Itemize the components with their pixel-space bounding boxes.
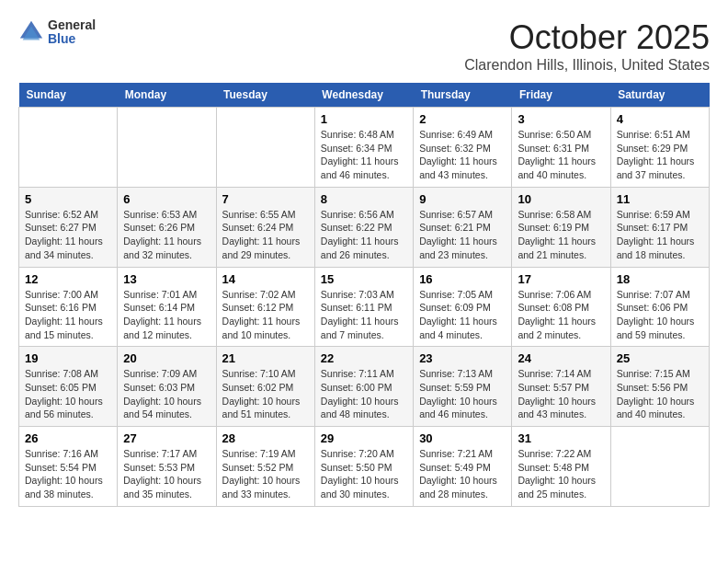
calendar-cell: 25Sunrise: 7:15 AMSunset: 5:56 PMDayligh… [610, 347, 709, 427]
calendar-cell: 7Sunrise: 6:55 AMSunset: 6:24 PMDaylight… [216, 187, 314, 267]
date-number: 8 [321, 192, 407, 206]
calendar-cell: 14Sunrise: 7:02 AMSunset: 6:12 PMDayligh… [216, 267, 314, 347]
cell-info: Sunrise: 6:48 AMSunset: 6:34 PMDaylight:… [321, 129, 399, 180]
cell-info: Sunrise: 7:01 AMSunset: 6:14 PMDaylight:… [123, 289, 201, 340]
calendar-cell: 23Sunrise: 7:13 AMSunset: 5:59 PMDayligh… [414, 347, 512, 427]
date-number: 29 [321, 431, 407, 445]
calendar-cell: 17Sunrise: 7:06 AMSunset: 6:08 PMDayligh… [512, 267, 610, 347]
calendar-cell: 29Sunrise: 7:20 AMSunset: 5:50 PMDayligh… [314, 427, 413, 507]
cell-info: Sunrise: 6:58 AMSunset: 6:19 PMDaylight:… [518, 209, 596, 260]
date-number: 2 [419, 112, 506, 126]
cell-info: Sunrise: 6:57 AMSunset: 6:21 PMDaylight:… [419, 209, 497, 260]
cell-info: Sunrise: 7:06 AMSunset: 6:08 PMDaylight:… [518, 289, 596, 340]
cell-info: Sunrise: 6:50 AMSunset: 6:31 PMDaylight:… [518, 129, 596, 180]
cell-info: Sunrise: 7:02 AMSunset: 6:12 PMDaylight:… [222, 289, 301, 340]
calendar-cell: 20Sunrise: 7:09 AMSunset: 6:03 PMDayligh… [118, 347, 216, 427]
calendar-table: SundayMondayTuesdayWednesdayThursdayFrid… [18, 83, 710, 507]
calendar-cell: 24Sunrise: 7:14 AMSunset: 5:57 PMDayligh… [512, 347, 610, 427]
date-number: 31 [518, 431, 604, 445]
month-title: October 2025 [464, 18, 710, 57]
calendar-cell [19, 108, 118, 188]
logo-general: General [48, 18, 96, 32]
cell-info: Sunrise: 6:49 AMSunset: 6:32 PMDaylight:… [419, 129, 497, 180]
cell-info: Sunrise: 6:51 AMSunset: 6:29 PMDaylight:… [617, 129, 695, 180]
date-number: 16 [419, 272, 506, 286]
date-number: 15 [321, 272, 407, 286]
cell-info: Sunrise: 7:08 AMSunset: 6:05 PMDaylight:… [25, 368, 103, 419]
cell-info: Sunrise: 7:17 AMSunset: 5:53 PMDaylight:… [123, 448, 201, 500]
date-number: 17 [518, 272, 604, 286]
week-row-3: 12Sunrise: 7:00 AMSunset: 6:16 PMDayligh… [19, 267, 710, 347]
location: Clarendon Hills, Illinois, United States [464, 57, 710, 74]
date-number: 20 [123, 351, 210, 365]
date-number: 3 [518, 112, 604, 126]
day-header-saturday: Saturday [610, 83, 709, 108]
cell-info: Sunrise: 6:55 AMSunset: 6:24 PMDaylight:… [222, 209, 301, 260]
week-row-4: 19Sunrise: 7:08 AMSunset: 6:05 PMDayligh… [19, 347, 710, 427]
date-number: 30 [419, 431, 506, 445]
calendar-cell: 30Sunrise: 7:21 AMSunset: 5:49 PMDayligh… [414, 427, 512, 507]
date-number: 24 [518, 351, 604, 365]
cell-info: Sunrise: 7:21 AMSunset: 5:49 PMDaylight:… [419, 448, 497, 500]
date-number: 10 [518, 192, 604, 206]
calendar-cell: 16Sunrise: 7:05 AMSunset: 6:09 PMDayligh… [414, 267, 512, 347]
date-number: 19 [25, 351, 111, 365]
day-header-wednesday: Wednesday [314, 83, 413, 108]
cell-info: Sunrise: 7:15 AMSunset: 5:56 PMDaylight:… [617, 368, 695, 419]
header-row: SundayMondayTuesdayWednesdayThursdayFrid… [19, 83, 710, 108]
calendar-cell: 1Sunrise: 6:48 AMSunset: 6:34 PMDaylight… [314, 108, 413, 188]
calendar-cell: 12Sunrise: 7:00 AMSunset: 6:16 PMDayligh… [19, 267, 118, 347]
cell-info: Sunrise: 7:16 AMSunset: 5:54 PMDaylight:… [25, 448, 103, 500]
calendar-cell: 9Sunrise: 6:57 AMSunset: 6:21 PMDaylight… [414, 187, 512, 267]
date-number: 9 [419, 192, 506, 206]
calendar-cell: 6Sunrise: 6:53 AMSunset: 6:26 PMDaylight… [118, 187, 216, 267]
date-number: 28 [222, 431, 309, 445]
page-header: General Blue October 2025 Clarendon Hill… [18, 18, 710, 74]
logo-blue: Blue [48, 32, 96, 46]
date-number: 11 [617, 192, 703, 206]
week-row-2: 5Sunrise: 6:52 AMSunset: 6:27 PMDaylight… [19, 187, 710, 267]
date-number: 27 [123, 431, 210, 445]
calendar-cell: 19Sunrise: 7:08 AMSunset: 6:05 PMDayligh… [19, 347, 118, 427]
date-number: 5 [25, 192, 111, 206]
cell-info: Sunrise: 6:52 AMSunset: 6:27 PMDaylight:… [25, 209, 103, 260]
calendar-cell: 4Sunrise: 6:51 AMSunset: 6:29 PMDaylight… [610, 108, 709, 188]
date-number: 18 [617, 272, 703, 286]
title-block: October 2025 Clarendon Hills, Illinois, … [464, 18, 710, 74]
day-header-tuesday: Tuesday [216, 83, 314, 108]
day-header-friday: Friday [512, 83, 610, 108]
calendar-cell: 13Sunrise: 7:01 AMSunset: 6:14 PMDayligh… [118, 267, 216, 347]
calendar-cell: 31Sunrise: 7:22 AMSunset: 5:48 PMDayligh… [512, 427, 610, 507]
calendar-cell: 28Sunrise: 7:19 AMSunset: 5:52 PMDayligh… [216, 427, 314, 507]
cell-info: Sunrise: 6:53 AMSunset: 6:26 PMDaylight:… [123, 209, 201, 260]
cell-info: Sunrise: 7:13 AMSunset: 5:59 PMDaylight:… [419, 368, 497, 419]
date-number: 13 [123, 272, 210, 286]
calendar-cell [610, 427, 709, 507]
date-number: 25 [617, 351, 703, 365]
cell-info: Sunrise: 7:11 AMSunset: 6:00 PMDaylight:… [321, 368, 399, 419]
date-number: 6 [123, 192, 210, 206]
date-number: 14 [222, 272, 309, 286]
cell-info: Sunrise: 7:09 AMSunset: 6:03 PMDaylight:… [123, 368, 201, 419]
cell-info: Sunrise: 6:59 AMSunset: 6:17 PMDaylight:… [617, 209, 695, 260]
day-header-sunday: Sunday [19, 83, 118, 108]
calendar-cell: 2Sunrise: 6:49 AMSunset: 6:32 PMDaylight… [414, 108, 512, 188]
logo-icon [18, 19, 44, 45]
calendar-cell: 26Sunrise: 7:16 AMSunset: 5:54 PMDayligh… [19, 427, 118, 507]
date-number: 12 [25, 272, 111, 286]
calendar-cell [216, 108, 314, 188]
cell-info: Sunrise: 6:56 AMSunset: 6:22 PMDaylight:… [321, 209, 399, 260]
cell-info: Sunrise: 7:22 AMSunset: 5:48 PMDaylight:… [518, 448, 596, 500]
day-header-monday: Monday [118, 83, 216, 108]
cell-info: Sunrise: 7:20 AMSunset: 5:50 PMDaylight:… [321, 448, 399, 500]
cell-info: Sunrise: 7:10 AMSunset: 6:02 PMDaylight:… [222, 368, 301, 419]
logo-text: General Blue [48, 18, 96, 47]
cell-info: Sunrise: 7:05 AMSunset: 6:09 PMDaylight:… [419, 289, 497, 340]
date-number: 1 [321, 112, 407, 126]
date-number: 7 [222, 192, 309, 206]
calendar-cell: 11Sunrise: 6:59 AMSunset: 6:17 PMDayligh… [610, 187, 709, 267]
calendar-cell: 8Sunrise: 6:56 AMSunset: 6:22 PMDaylight… [314, 187, 413, 267]
week-row-1: 1Sunrise: 6:48 AMSunset: 6:34 PMDaylight… [19, 108, 710, 188]
calendar-cell: 27Sunrise: 7:17 AMSunset: 5:53 PMDayligh… [118, 427, 216, 507]
calendar-cell: 22Sunrise: 7:11 AMSunset: 6:00 PMDayligh… [314, 347, 413, 427]
